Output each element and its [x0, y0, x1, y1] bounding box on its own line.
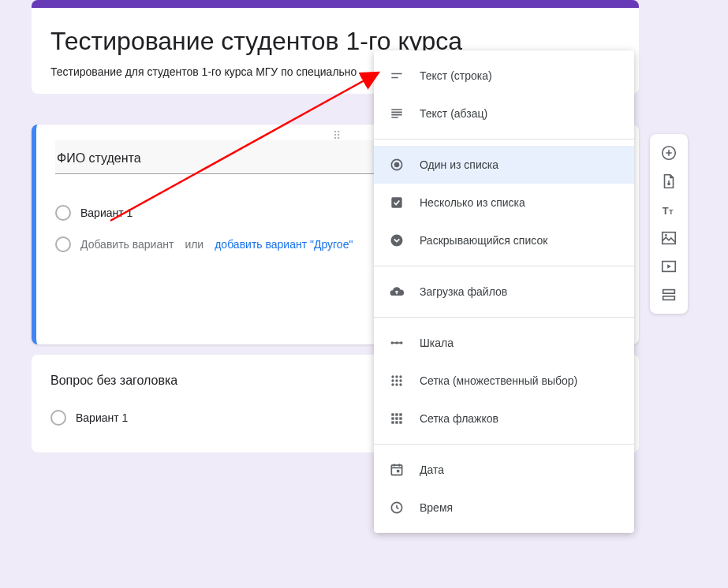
menu-item-grid-check[interactable]: Сетка флажков: [374, 400, 634, 437]
menu-label: Сетка флажков: [420, 412, 498, 425]
menu-separator: [374, 444, 634, 445]
svg-rect-24: [399, 417, 401, 419]
add-question-button[interactable]: [655, 139, 683, 167]
svg-point-15: [399, 379, 401, 381]
menu-item-scale[interactable]: Шкала: [374, 324, 634, 362]
text-icon: TT: [660, 201, 678, 218]
menu-item-paragraph[interactable]: Текст (абзац): [374, 95, 634, 132]
svg-point-16: [391, 383, 394, 385]
menu-separator: [374, 317, 634, 318]
menu-item-time[interactable]: Время: [374, 489, 634, 527]
svg-point-4: [394, 162, 400, 168]
svg-point-17: [395, 383, 398, 385]
cloud-upload-icon: [388, 283, 405, 300]
svg-rect-22: [391, 417, 394, 419]
add-video-button[interactable]: [655, 252, 683, 281]
calendar-icon: [388, 461, 405, 478]
add-option-button[interactable]: Добавить вариант: [80, 238, 174, 251]
or-label: или: [185, 238, 203, 251]
svg-rect-19: [391, 413, 394, 415]
svg-text:T: T: [669, 208, 674, 216]
side-toolbar: TT: [650, 134, 688, 314]
svg-point-18: [399, 383, 401, 385]
clock-icon: [388, 499, 405, 516]
drag-handle-icon[interactable]: ⠿: [333, 129, 342, 142]
menu-item-checkbox[interactable]: Несколько из списка: [374, 184, 634, 221]
menu-label: Время: [420, 501, 453, 514]
svg-rect-25: [391, 421, 394, 423]
svg-rect-5: [391, 197, 401, 207]
video-icon: [660, 258, 678, 275]
menu-label: Загрузка файлов: [420, 285, 507, 298]
svg-point-35: [665, 234, 667, 236]
menu-label: Текст (абзац): [420, 107, 487, 120]
import-icon: [660, 173, 678, 190]
add-other-button[interactable]: добавить вариант "Другое": [215, 238, 353, 251]
checkbox-icon: [388, 194, 405, 211]
image-icon: [660, 229, 678, 247]
svg-point-10: [391, 375, 394, 378]
menu-label: Дата: [420, 463, 444, 476]
radio-icon: [55, 236, 71, 252]
menu-label: Текст (строка): [420, 69, 492, 82]
svg-rect-23: [395, 417, 398, 419]
svg-text:T: T: [663, 205, 669, 217]
option-label[interactable]: Вариант 1: [80, 207, 133, 219]
add-section-button[interactable]: [655, 281, 683, 309]
dropdown-icon: [388, 232, 405, 249]
question-type-menu: Текст (строка) Текст (абзац) Один из спи…: [374, 50, 634, 533]
menu-item-dropdown[interactable]: Раскрывающийся список: [374, 221, 634, 259]
radio-icon: [50, 410, 66, 426]
svg-point-13: [391, 379, 394, 381]
grid-squares-icon: [388, 410, 405, 427]
svg-rect-27: [399, 421, 401, 423]
menu-label: Шкала: [420, 337, 454, 349]
menu-item-radio[interactable]: Один из списка: [374, 146, 634, 184]
svg-rect-38: [663, 296, 675, 300]
svg-rect-26: [395, 421, 398, 423]
plus-circle-icon: [660, 144, 678, 162]
svg-rect-37: [663, 290, 675, 294]
grid-dots-icon: [388, 372, 405, 389]
menu-label: Раскрывающийся список: [420, 234, 547, 247]
svg-rect-29: [397, 470, 399, 472]
svg-rect-20: [395, 413, 398, 415]
svg-rect-21: [399, 413, 401, 415]
svg-point-14: [395, 379, 398, 381]
menu-item-grid-radio[interactable]: Сетка (множественный выбор): [374, 362, 634, 400]
menu-separator: [374, 139, 634, 140]
menu-label: Несколько из списка: [420, 196, 525, 209]
add-title-button[interactable]: TT: [655, 195, 683, 224]
svg-point-11: [395, 375, 398, 378]
menu-separator: [374, 266, 634, 266]
linear-scale-icon: [388, 334, 405, 352]
svg-point-6: [391, 235, 403, 247]
menu-item-date[interactable]: Дата: [374, 451, 634, 489]
svg-point-12: [399, 375, 401, 378]
menu-item-file-upload[interactable]: Загрузка файлов: [374, 273, 634, 311]
option-label: Вариант 1: [76, 411, 128, 424]
paragraph-icon: [388, 105, 405, 122]
import-questions-button[interactable]: [655, 167, 683, 195]
section-icon: [660, 286, 678, 303]
menu-item-short-text[interactable]: Текст (строка): [374, 57, 634, 95]
menu-label: Один из списка: [420, 158, 498, 171]
svg-rect-34: [663, 233, 676, 244]
add-image-button[interactable]: [655, 224, 683, 252]
radio-icon: [55, 205, 71, 221]
short-text-icon: [388, 67, 405, 84]
menu-label: Сетка (множественный выбор): [420, 374, 577, 387]
radio-selected-icon: [388, 156, 405, 173]
